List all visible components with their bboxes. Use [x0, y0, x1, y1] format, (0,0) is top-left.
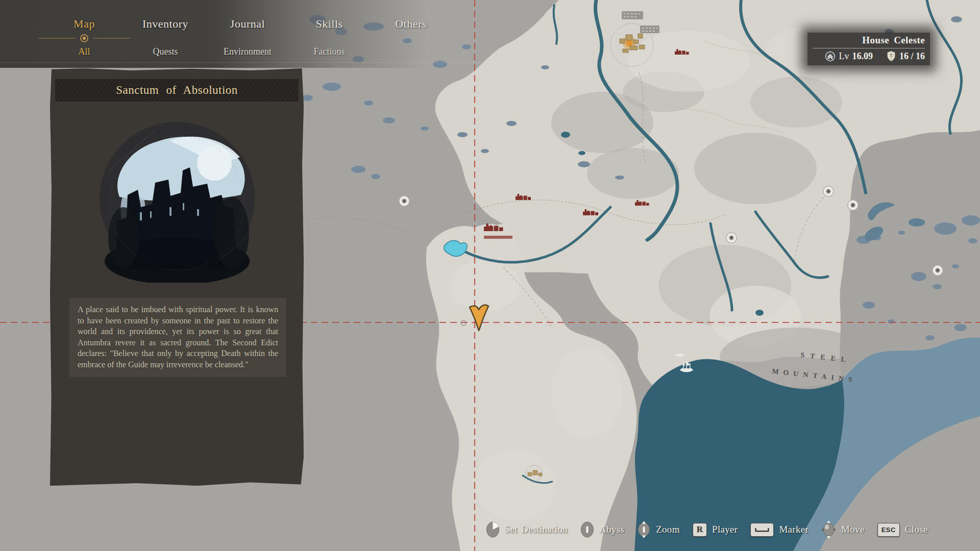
gamepad-stick-press-icon — [486, 521, 500, 538]
tab-others[interactable]: Others — [395, 17, 427, 31]
location-description: A place said to be imbued with spiritual… — [69, 298, 286, 377]
control-zoom[interactable]: Zoom — [637, 521, 680, 538]
location-artwork — [50, 107, 304, 285]
control-marker[interactable]: Marker — [750, 523, 808, 537]
gamepad-stick-scroll-icon — [637, 521, 651, 538]
subtab-environment[interactable]: Environment — [224, 46, 272, 57]
control-set-destination[interactable]: Set Destination — [486, 521, 568, 538]
level-value: 16.09 — [852, 51, 873, 62]
level-chevrons-icon — [825, 51, 836, 62]
control-label: Close — [905, 524, 928, 535]
control-close[interactable]: ESC Close — [877, 523, 928, 537]
gamepad-stick-click-icon — [580, 521, 594, 538]
shield-count: 16 / 16 — [899, 51, 925, 62]
control-hints-bar: Set Destination Abyss Zoom R Player Mark… — [486, 518, 928, 541]
subtab-factions[interactable]: Factions — [314, 46, 345, 57]
control-label: Abyss — [599, 524, 624, 535]
tab-skills[interactable]: Skills — [315, 17, 342, 31]
control-label: Move — [841, 524, 865, 535]
shield-count-icon — [886, 51, 896, 62]
subtab-quests[interactable]: Quests — [153, 46, 178, 57]
control-label: Marker — [779, 524, 808, 535]
key-esc-icon: ESC — [877, 523, 900, 537]
tab-journal[interactable]: Journal — [230, 17, 265, 31]
location-info-panel: Sanctum of Absolution A place said to be… — [50, 68, 304, 486]
subtab-all[interactable]: All — [78, 46, 90, 57]
gamepad-stick-move-icon — [821, 520, 836, 539]
control-move[interactable]: Move — [821, 520, 865, 539]
control-label: Zoom — [656, 524, 680, 535]
panel-title-banner: Sanctum of Absolution — [55, 79, 299, 102]
key-r-icon: R — [693, 523, 707, 537]
house-name: House Celeste — [813, 35, 925, 46]
badge-divider — [813, 48, 925, 48]
control-abyss[interactable]: Abyss — [580, 521, 624, 538]
level-label: Lv — [839, 51, 849, 62]
tab-map[interactable]: Map — [74, 17, 95, 31]
status-badge: House Celeste Lv 16.09 16 / 16 — [807, 33, 930, 65]
spacebar-key-icon — [750, 523, 774, 537]
location-title: Sanctum of Absolution — [116, 84, 238, 97]
control-label: Set Destination — [505, 524, 568, 535]
control-player[interactable]: R Player — [693, 523, 738, 537]
tab-inventory[interactable]: Inventory — [142, 17, 188, 31]
control-label: Player — [712, 524, 738, 535]
